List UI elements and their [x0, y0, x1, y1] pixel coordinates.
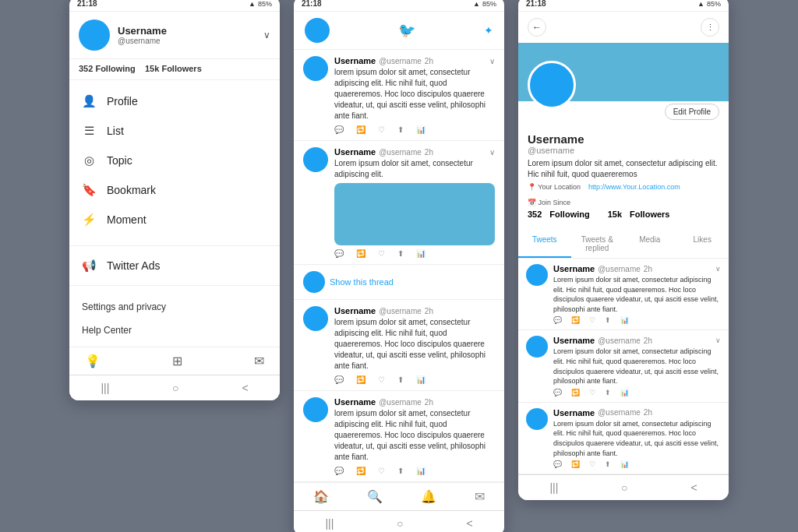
- divider-1: [69, 245, 280, 246]
- prof-share-3[interactable]: ⬆: [605, 460, 611, 468]
- share-icon-4[interactable]: ⬆: [397, 467, 404, 475]
- bulb-icon[interactable]: 💡: [85, 354, 101, 368]
- tab-likes[interactable]: Likes: [676, 230, 729, 258]
- prof-retweet-3[interactable]: 🔁: [571, 460, 580, 468]
- retweet-icon-1[interactable]: 🔁: [356, 125, 365, 134]
- nav-back-1[interactable]: <: [242, 382, 248, 394]
- feed-avatar: [305, 18, 330, 43]
- search-nav-icon[interactable]: 🔍: [367, 489, 383, 504]
- stats-icon-3[interactable]: 📊: [416, 375, 425, 384]
- prof-chevron-2[interactable]: ∨: [715, 336, 721, 344]
- prof-tweet-time-3: 2h: [644, 408, 652, 417]
- chevron-tweet-1[interactable]: ∨: [489, 57, 495, 65]
- show-thread[interactable]: Show this thread: [294, 265, 504, 300]
- tweet-text-1: lorem ipsum dolor sit amet, consectetur …: [334, 67, 495, 122]
- prof-tweet-username-2: Username: [553, 336, 595, 345]
- prof-retweet-1[interactable]: 🔁: [571, 316, 580, 324]
- like-icon-1[interactable]: ♡: [378, 125, 385, 134]
- bell-nav-icon[interactable]: 🔔: [421, 489, 436, 504]
- prof-chevron-1[interactable]: ∨: [715, 265, 721, 273]
- stats-icon-1[interactable]: 📊: [416, 125, 425, 134]
- share-icon-3[interactable]: ⬆: [397, 375, 404, 384]
- prof-like-2[interactable]: ♡: [589, 389, 595, 396]
- tweet-handle-4: @username: [379, 398, 422, 407]
- prof-like-3[interactable]: ♡: [589, 460, 595, 468]
- profile-tweet-content-3: Username @username 2h Lorem ipsum dolor …: [553, 408, 721, 468]
- prof-like-1[interactable]: ♡: [589, 316, 595, 324]
- ads-icon: 📢: [82, 259, 96, 273]
- menu-item-moment[interactable]: ⚡ Moment: [69, 205, 280, 234]
- nav-circle-1[interactable]: ○: [172, 382, 178, 394]
- list-icon: ☰: [82, 124, 96, 138]
- tweet-time-4: 2h: [425, 398, 433, 407]
- signal-3: ▲ 85%: [697, 0, 721, 8]
- tab-tweets-replied[interactable]: Tweets & replied: [571, 230, 624, 258]
- like-icon-2[interactable]: ♡: [378, 249, 385, 258]
- tweet-handle-1: @username: [379, 57, 422, 65]
- menu-label-bookmark: Bookmark: [107, 184, 156, 196]
- tweet-handle-2: @username: [379, 148, 422, 157]
- tweet-avatar-1: [303, 56, 328, 81]
- prof-reply-2[interactable]: 💬: [553, 389, 562, 396]
- mail-icon[interactable]: ✉: [254, 354, 264, 368]
- nav-lines-1[interactable]: |||: [101, 382, 109, 394]
- website-meta[interactable]: http://www.Your.Location.com: [588, 183, 680, 191]
- menu-item-settings[interactable]: Settings and privacy: [69, 295, 280, 319]
- grid-icon[interactable]: ⊞: [172, 354, 182, 368]
- tweet-item-1: Username @username 2h ∨ lorem ipsum dolo…: [294, 50, 504, 141]
- nav-back-2[interactable]: <: [466, 517, 472, 530]
- prof-tweet-user-3: Username @username 2h: [553, 408, 721, 417]
- prof-share-1[interactable]: ⬆: [605, 316, 611, 324]
- edit-profile-button[interactable]: Edit Profile: [665, 104, 719, 120]
- prof-stats-3[interactable]: 📊: [620, 460, 629, 468]
- back-button[interactable]: ←: [528, 18, 546, 37]
- tab-tweets[interactable]: Tweets: [518, 230, 571, 258]
- prof-tweet-actions-3: 💬 🔁 ♡ ⬆ 📊: [553, 460, 721, 468]
- nav-circle-2[interactable]: ○: [397, 517, 403, 530]
- tweet-user-3: Username: [334, 306, 376, 315]
- nav-back-3[interactable]: <: [690, 481, 697, 494]
- battery-1: 85%: [258, 0, 272, 8]
- reply-icon-1[interactable]: 💬: [334, 125, 344, 134]
- nav-lines-2[interactable]: |||: [325, 517, 334, 530]
- menu-item-help[interactable]: Help Center: [69, 319, 280, 342]
- chevron-down-icon[interactable]: ∨: [263, 30, 270, 41]
- prof-stats-2[interactable]: 📊: [620, 389, 629, 396]
- menu-item-profile[interactable]: 👤 Profile: [69, 86, 280, 116]
- share-icon-2[interactable]: ⬆: [397, 249, 404, 258]
- like-icon-3[interactable]: ♡: [378, 375, 385, 384]
- prof-share-2[interactable]: ⬆: [605, 389, 611, 396]
- menu-label-topic: Topic: [107, 154, 132, 167]
- prof-stats-1[interactable]: 📊: [620, 316, 629, 324]
- stats-icon-2[interactable]: 📊: [416, 249, 425, 258]
- menu-item-bookmark[interactable]: 🔖 Bookmark: [69, 175, 280, 205]
- retweet-icon-2[interactable]: 🔁: [356, 249, 365, 258]
- profile-tweet-1: Username @username 2h ∨ Lorem ipsum dolo…: [518, 259, 729, 330]
- chevron-tweet-2[interactable]: ∨: [489, 148, 495, 157]
- retweet-icon-3[interactable]: 🔁: [356, 375, 365, 384]
- tab-media[interactable]: Media: [623, 230, 676, 258]
- prof-reply-1[interactable]: 💬: [553, 316, 562, 324]
- retweet-icon-4[interactable]: 🔁: [356, 467, 365, 475]
- menu-item-topic[interactable]: ◎ Topic: [69, 146, 280, 175]
- reply-icon-4[interactable]: 💬: [334, 467, 344, 475]
- follow-stats: 352 Following 15k Followers: [69, 59, 280, 80]
- mail-nav-icon[interactable]: ✉: [475, 489, 485, 504]
- home-nav-icon[interactable]: 🏠: [313, 489, 329, 504]
- prof-reply-3[interactable]: 💬: [553, 460, 562, 468]
- tweet-actions-1: 💬 🔁 ♡ ⬆ 📊: [334, 125, 495, 134]
- more-button[interactable]: ⋮: [701, 18, 719, 37]
- tweet-avatar-4: [303, 397, 328, 422]
- sparkle-icon[interactable]: ✦: [484, 24, 493, 37]
- menu-item-ads[interactable]: 📢 Twitter Ads: [69, 251, 280, 280]
- menu-item-list[interactable]: ☰ List: [69, 116, 280, 146]
- reply-icon-3[interactable]: 💬: [334, 375, 344, 384]
- like-icon-4[interactable]: ♡: [378, 467, 385, 475]
- prof-retweet-2[interactable]: 🔁: [571, 389, 580, 396]
- share-icon-1[interactable]: ⬆: [397, 125, 404, 134]
- followers-count: 15k: [145, 64, 159, 73]
- reply-icon-2[interactable]: 💬: [334, 249, 344, 258]
- nav-lines-3[interactable]: |||: [549, 481, 558, 494]
- stats-icon-4[interactable]: 📊: [416, 467, 425, 475]
- nav-circle-3[interactable]: ○: [621, 481, 627, 494]
